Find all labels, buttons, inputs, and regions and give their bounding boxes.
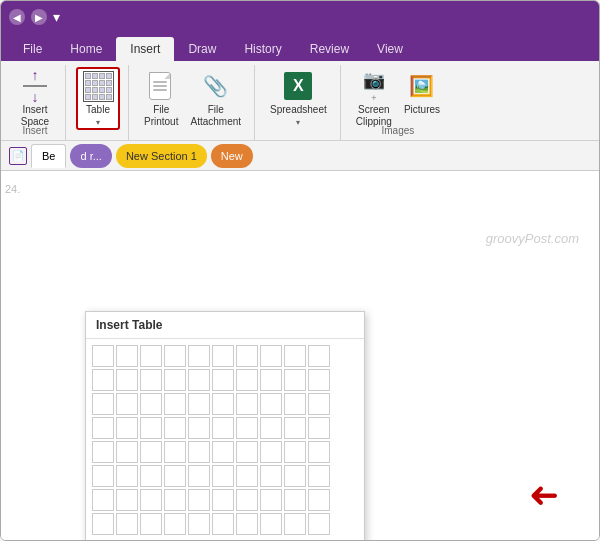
grid-cell[interactable] [284,345,306,367]
grid-cell[interactable] [188,393,210,415]
grid-cell[interactable] [140,465,162,487]
grid-cell[interactable] [140,513,162,535]
grid-cell[interactable] [236,393,258,415]
grid-cell[interactable] [212,345,234,367]
grid-cell[interactable] [92,369,114,391]
grid-cell[interactable] [212,465,234,487]
grid-cell[interactable] [236,441,258,463]
grid-cell[interactable] [92,417,114,439]
tab-home[interactable]: Home [56,37,116,61]
tab-file[interactable]: File [9,37,56,61]
grid-cell[interactable] [164,417,186,439]
grid-cell[interactable] [188,513,210,535]
grid-cell[interactable] [284,393,306,415]
grid-cell[interactable] [116,393,138,415]
grid-cell[interactable] [140,369,162,391]
grid-cell[interactable] [92,489,114,511]
grid-cell[interactable] [236,417,258,439]
grid-cell[interactable] [212,489,234,511]
grid-cell[interactable] [164,393,186,415]
grid-cell[interactable] [260,489,282,511]
grid-cell[interactable] [116,417,138,439]
page-tab-purple[interactable]: d r... [70,144,111,168]
grid-cell[interactable] [164,489,186,511]
grid-cell[interactable] [92,441,114,463]
grid-cell[interactable] [260,441,282,463]
file-attachment-button[interactable]: 📎 FileAttachment [185,67,246,131]
grid-cell[interactable] [308,513,330,535]
grid-cell[interactable] [92,393,114,415]
grid-cell[interactable] [284,441,306,463]
grid-cell[interactable] [188,489,210,511]
grid-cell[interactable] [164,345,186,367]
grid-cell[interactable] [188,465,210,487]
tab-history[interactable]: History [230,37,295,61]
quick-access-dropdown[interactable]: ▾ [53,9,60,25]
grid-cell[interactable] [284,489,306,511]
grid-cell[interactable] [164,513,186,535]
spreadsheet-button[interactable]: X Spreadsheet ▾ [265,67,332,130]
grid-cell[interactable] [212,417,234,439]
tab-view[interactable]: View [363,37,417,61]
grid-cell[interactable] [236,465,258,487]
grid-cell[interactable] [308,489,330,511]
grid-cell[interactable] [164,441,186,463]
grid-cell[interactable] [284,513,306,535]
grid-cell[interactable] [92,345,114,367]
grid-cell[interactable] [260,369,282,391]
file-printout-button[interactable]: FilePrintout [139,67,183,131]
back-button[interactable]: ◀ [9,9,25,25]
grid-cell[interactable] [308,369,330,391]
insert-table-grid[interactable] [86,339,364,541]
grid-cell[interactable] [116,513,138,535]
grid-cell[interactable] [140,417,162,439]
forward-button[interactable]: ▶ [31,9,47,25]
grid-cell[interactable] [164,465,186,487]
grid-cell[interactable] [116,441,138,463]
grid-cell[interactable] [308,345,330,367]
grid-cell[interactable] [140,393,162,415]
grid-cell[interactable] [92,465,114,487]
tab-insert[interactable]: Insert [116,37,174,61]
page-tab-new[interactable]: New [211,144,253,168]
grid-cell[interactable] [116,489,138,511]
grid-cell[interactable] [284,369,306,391]
grid-cell[interactable] [260,513,282,535]
grid-cell[interactable] [236,369,258,391]
grid-cell[interactable] [260,465,282,487]
grid-cell[interactable] [116,465,138,487]
grid-cell[interactable] [284,417,306,439]
page-tab-active[interactable]: Be [31,144,66,168]
grid-cell[interactable] [308,465,330,487]
grid-cell[interactable] [260,417,282,439]
grid-cell[interactable] [188,345,210,367]
grid-cell[interactable] [164,369,186,391]
grid-cell[interactable] [92,513,114,535]
grid-cell[interactable] [212,393,234,415]
grid-cell[interactable] [212,441,234,463]
grid-cell[interactable] [140,441,162,463]
grid-cell[interactable] [188,417,210,439]
grid-cell[interactable] [308,393,330,415]
grid-cell[interactable] [140,489,162,511]
grid-cell[interactable] [212,369,234,391]
grid-cell[interactable] [236,513,258,535]
table-button[interactable]: Table ▾ [76,67,120,130]
insert-space-button[interactable]: ↑ ↓ InsertSpace [13,67,57,131]
grid-cell[interactable] [188,369,210,391]
grid-cell[interactable] [140,345,162,367]
grid-cell[interactable] [284,465,306,487]
grid-cell[interactable] [212,513,234,535]
grid-cell[interactable] [308,417,330,439]
grid-cell[interactable] [116,345,138,367]
grid-cell[interactable] [260,393,282,415]
grid-cell[interactable] [116,369,138,391]
pictures-button[interactable]: 🖼️ Pictures [399,67,445,119]
grid-cell[interactable] [236,489,258,511]
screen-clipping-button[interactable]: 📷 + ScreenClipping [351,67,397,131]
grid-cell[interactable] [236,345,258,367]
tab-review[interactable]: Review [296,37,363,61]
grid-cell[interactable] [260,345,282,367]
grid-cell[interactable] [308,441,330,463]
grid-cell[interactable] [188,441,210,463]
